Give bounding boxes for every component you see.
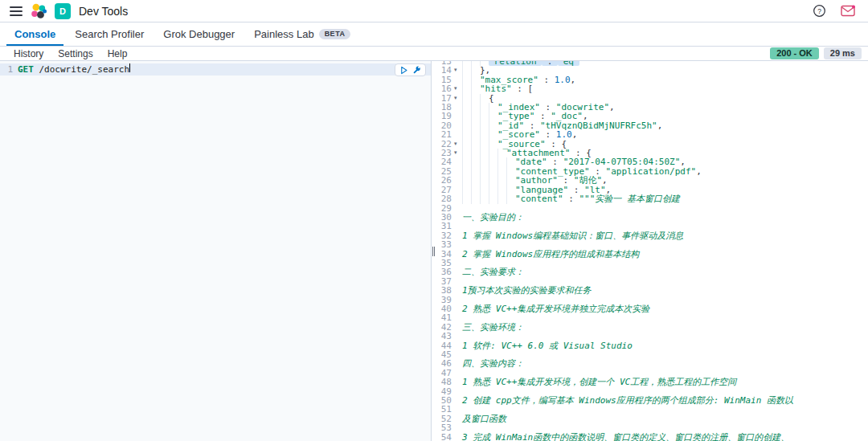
fold-toggle-icon[interactable]: ▾ bbox=[454, 84, 462, 93]
page-title: Dev Tools bbox=[79, 5, 128, 18]
output-line: 30一、实验目的： bbox=[436, 213, 868, 222]
help-link[interactable]: Help bbox=[100, 48, 135, 59]
beta-badge: BETA bbox=[319, 29, 351, 39]
output-line: 502 创建 cpp文件，编写基本 Windows应用程序的两个组成部分: Wi… bbox=[436, 396, 868, 405]
output-line: 26"author" : "胡伦", bbox=[436, 176, 868, 185]
tab-search-profiler[interactable]: Search Profiler bbox=[67, 22, 152, 46]
output-line: 28"content" : """实验一 基本窗口创建 bbox=[436, 194, 868, 203]
output-line: 21"_score" : 1.0, bbox=[436, 130, 868, 139]
console-toolbar: History Settings Help 200 - OK 29 ms bbox=[0, 47, 868, 61]
line-number: 33 bbox=[436, 240, 454, 249]
send-request-icon[interactable] bbox=[399, 66, 408, 75]
status-badge: 200 - OK bbox=[770, 47, 819, 59]
svg-text:?: ? bbox=[817, 7, 821, 15]
text-cursor bbox=[129, 63, 130, 72]
output-line: 16▾"hits" : [ bbox=[436, 84, 868, 93]
request-line[interactable]: 1 GET /docwrite/_search bbox=[0, 63, 431, 76]
output-line: 42三、实验环境： bbox=[436, 323, 868, 332]
response-time-badge: 29 ms bbox=[824, 47, 862, 59]
tab-grok-debugger[interactable]: Grok Debugger bbox=[155, 22, 243, 46]
output-line: 543 完成 WinMain函数中的函数说明、窗口类的定义、窗口类的注册、窗口的… bbox=[436, 433, 868, 441]
elastic-logo-icon[interactable] bbox=[31, 3, 47, 19]
console-split: 1 GET /docwrite/_search 13"relation" : "… bbox=[0, 61, 868, 441]
output-line: 481 熟悉 VC++集成开发环境，创建一个 VC工程，熟悉工程的工作空间 bbox=[436, 378, 868, 386]
output-line: 342 掌握 Windows应用程序的组成和基本结构 bbox=[436, 250, 868, 259]
space-badge[interactable]: D bbox=[55, 3, 71, 19]
output-line: 25"content_type" : "application/pdf", bbox=[436, 167, 868, 176]
output-code: 13"relation" : "eq"14▾},15"max_score" : … bbox=[436, 61, 868, 441]
line-number: 28 bbox=[436, 194, 454, 203]
output-line: 441 软件: VC++ 6.0 或 Visual Studio bbox=[436, 341, 868, 350]
request-path: /docwrite/_search bbox=[34, 63, 129, 76]
output-line: 53 bbox=[436, 423, 868, 432]
http-method: GET bbox=[18, 63, 34, 76]
line-number: 31 bbox=[436, 222, 454, 231]
output-line: 36二、实验要求： bbox=[436, 267, 868, 276]
output-line: 43 bbox=[436, 332, 868, 341]
panel-resizer[interactable] bbox=[432, 61, 436, 441]
line-number: 48 bbox=[436, 378, 454, 386]
tab-console[interactable]: Console bbox=[6, 22, 63, 46]
response-panel[interactable]: 13"relation" : "eq"14▾},15"max_score" : … bbox=[436, 61, 868, 441]
history-link[interactable]: History bbox=[6, 48, 51, 59]
output-line: 321 掌握 Windows编程基础知识：窗口、事件驱动及消息 bbox=[436, 231, 868, 240]
tab-painless-lab[interactable]: Painless Lab BETA bbox=[246, 22, 358, 46]
line-number: 16 bbox=[436, 84, 454, 93]
fold-toggle-icon[interactable]: ▾ bbox=[454, 149, 462, 157]
fold-toggle-icon[interactable]: ▾ bbox=[454, 94, 462, 103]
resizer-handle-icon bbox=[432, 247, 435, 256]
request-actions bbox=[395, 63, 426, 76]
tab-bar: Console Search Profiler Grok Debugger Pa… bbox=[0, 22, 868, 47]
line-number: 1 bbox=[0, 63, 18, 76]
output-line: 402 熟悉 VC++集成开发环境并独立完成本次实验 bbox=[436, 304, 868, 313]
output-line: 22▾"_source" : { bbox=[436, 140, 868, 149]
line-number: 53 bbox=[436, 423, 454, 432]
menu-icon[interactable] bbox=[10, 6, 23, 16]
line-number: 21 bbox=[436, 130, 454, 139]
output-line: 381预习本次实验的实验要求和任务 bbox=[436, 286, 868, 295]
help-icon[interactable]: ? bbox=[809, 4, 829, 18]
output-line: 46四、实验内容： bbox=[436, 359, 868, 368]
request-options-wrench-icon[interactable] bbox=[412, 66, 421, 75]
output-line: 31 bbox=[436, 222, 868, 231]
output-line: 52及窗口函数 bbox=[436, 414, 868, 423]
line-number: 26 bbox=[436, 176, 454, 185]
settings-link[interactable]: Settings bbox=[51, 48, 100, 59]
line-number: 54 bbox=[436, 433, 454, 441]
line-number: 43 bbox=[436, 332, 454, 341]
fold-toggle-icon[interactable]: ▾ bbox=[454, 66, 462, 75]
line-number: 38 bbox=[436, 286, 454, 295]
newsfeed-icon[interactable] bbox=[837, 5, 858, 17]
output-line: 33 bbox=[436, 240, 868, 249]
top-header: D Dev Tools ? bbox=[0, 0, 868, 22]
fold-toggle-icon[interactable]: ▾ bbox=[454, 140, 462, 149]
request-editor-panel[interactable]: 1 GET /docwrite/_search bbox=[0, 61, 432, 441]
